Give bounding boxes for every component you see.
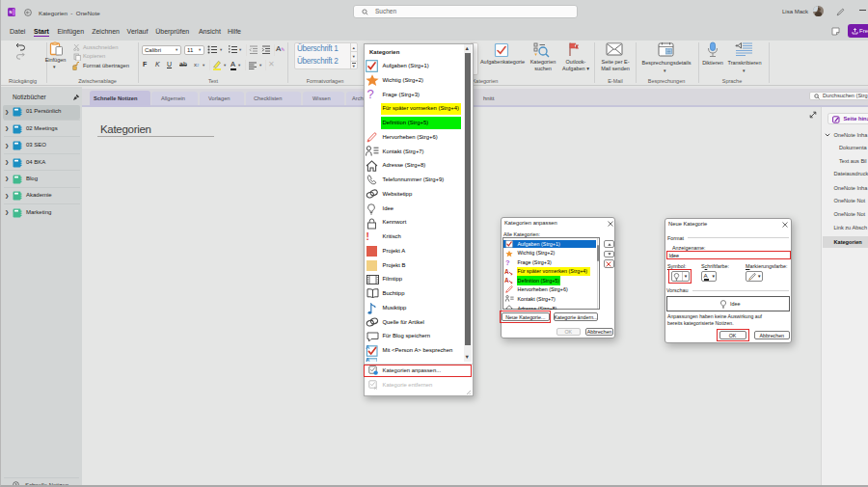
- svg-text:A: A: [366, 357, 369, 362]
- svg-text:A: A: [366, 344, 369, 350]
- svg-text:A: A: [504, 277, 509, 284]
- svg-text:A: A: [504, 268, 509, 275]
